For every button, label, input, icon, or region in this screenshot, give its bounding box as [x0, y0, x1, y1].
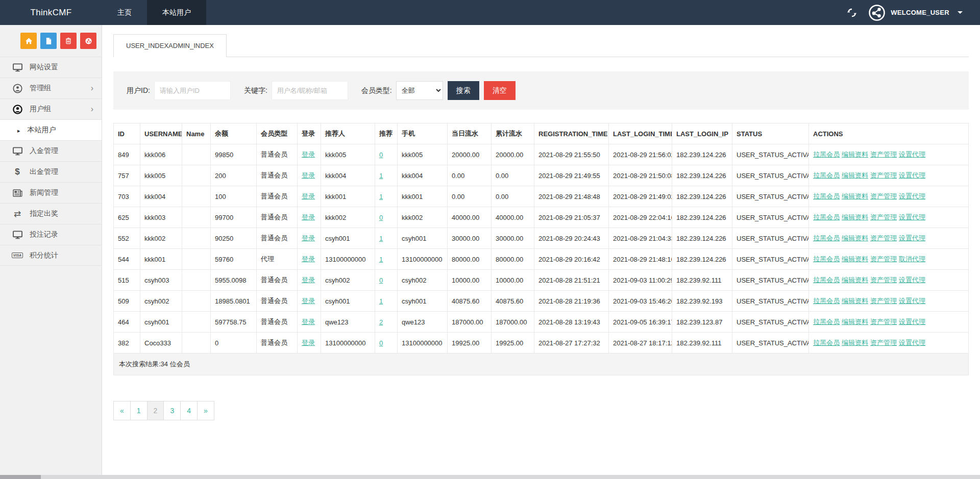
action-link-2[interactable]: 资产管理 [870, 150, 897, 158]
home-button[interactable] [20, 33, 37, 49]
action-link-0[interactable]: 拉黑会员 [813, 192, 840, 200]
action-link-1[interactable]: 编辑资料 [842, 192, 868, 200]
action-link-0[interactable]: 拉黑会员 [813, 255, 840, 263]
action-link-0[interactable]: 拉黑会员 [813, 297, 840, 305]
action-link-0[interactable]: 拉黑会员 [813, 339, 840, 346]
tab-user-index[interactable]: USER_INDEXADMIN_INDEX [113, 34, 227, 57]
login-link[interactable]: 登录 [302, 255, 315, 263]
action-link-3[interactable]: 设置代理 [899, 297, 925, 305]
sidebar-item-8[interactable]: 投注记录 [0, 224, 102, 245]
user-id-input[interactable] [154, 81, 231, 100]
action-link-2[interactable]: 资产管理 [870, 276, 897, 284]
sidebar-item-0[interactable]: 网站设置 [0, 57, 102, 78]
action-link-1[interactable]: 编辑资料 [842, 234, 868, 242]
refresh-icon[interactable] [847, 8, 857, 18]
page-prev[interactable]: « [113, 401, 131, 420]
action-link-1[interactable]: 编辑资料 [842, 171, 868, 179]
action-link-3[interactable]: 设置代理 [899, 318, 925, 325]
login-link[interactable]: 登录 [302, 339, 315, 346]
sidebar-item-7[interactable]: ⇄指定出奖 [0, 203, 102, 224]
user-menu[interactable]: WELCOME_USER [868, 4, 963, 21]
referral-count-link[interactable]: 1 [379, 256, 383, 263]
referral-count-link[interactable]: 0 [379, 339, 383, 347]
action-link-1[interactable]: 编辑资料 [842, 297, 868, 305]
cell-total-flow: 187000.00 [492, 312, 534, 333]
referral-count-link[interactable]: 0 [379, 214, 383, 221]
action-link-2[interactable]: 资产管理 [870, 255, 897, 263]
action-link-2[interactable]: 资产管理 [870, 171, 897, 179]
top-nav-tab-0[interactable]: 主页 [102, 0, 147, 25]
referral-count-link[interactable]: 1 [379, 172, 383, 180]
action-link-0[interactable]: 拉黑会员 [813, 213, 840, 221]
file-button[interactable] [40, 33, 57, 49]
cell-name [182, 312, 211, 333]
referral-count-link[interactable]: 1 [379, 235, 383, 242]
action-link-2[interactable]: 资产管理 [870, 234, 897, 242]
login-link[interactable]: 登录 [302, 192, 315, 200]
member-type-select[interactable]: 全部 [396, 81, 443, 100]
page-4[interactable]: 4 [180, 401, 198, 420]
action-link-0[interactable]: 拉黑会员 [813, 150, 840, 158]
action-link-2[interactable]: 资产管理 [870, 297, 897, 305]
action-link-0[interactable]: 拉黑会员 [813, 234, 840, 242]
top-nav-tab-1[interactable]: 本站用户 [147, 0, 206, 25]
action-link-2[interactable]: 资产管理 [870, 339, 897, 346]
action-link-3[interactable]: 设置代理 [899, 192, 925, 200]
cell-last-login-time: 2021-08-29 22:04:16 [609, 207, 672, 228]
trash-button[interactable] [60, 33, 77, 49]
login-link[interactable]: 登录 [302, 318, 315, 325]
login-link[interactable]: 登录 [302, 171, 315, 179]
action-link-3[interactable]: 设置代理 [899, 171, 925, 179]
sidebar-item-2[interactable]: 用户组› [0, 98, 102, 119]
action-link-3[interactable]: 设置代理 [899, 150, 925, 158]
action-link-2[interactable]: 资产管理 [870, 318, 897, 325]
action-link-1[interactable]: 编辑资料 [842, 150, 868, 158]
scrollbar-thumb[interactable] [0, 475, 41, 479]
brand-logo[interactable]: ThinkCMF [0, 0, 102, 25]
referral-count-link[interactable]: 1 [379, 297, 383, 305]
page-1[interactable]: 1 [130, 401, 148, 420]
table-row: 849kkk00699850普通会员登录kkk0050kkk00520000.0… [114, 144, 969, 165]
sidebar-item-6[interactable]: 新闻管理 [0, 182, 102, 203]
login-link[interactable]: 登录 [302, 150, 315, 158]
action-link-1[interactable]: 编辑资料 [842, 213, 868, 221]
sidebar-item-1[interactable]: 管理组› [0, 78, 102, 98]
action-link-3[interactable]: 取消代理 [899, 255, 925, 263]
sidebar-item-4[interactable]: 入金管理 [0, 140, 102, 161]
action-link-1[interactable]: 编辑资料 [842, 318, 868, 325]
action-link-2[interactable]: 资产管理 [870, 192, 897, 200]
action-link-3[interactable]: 设置代理 [899, 213, 925, 221]
action-link-3[interactable]: 设置代理 [899, 276, 925, 284]
action-link-0[interactable]: 拉黑会员 [813, 276, 840, 284]
action-link-2[interactable]: 资产管理 [870, 213, 897, 221]
action-link-1[interactable]: 编辑资料 [842, 255, 868, 263]
keyword-input[interactable] [272, 81, 348, 100]
sidebar-item-9[interactable]: VISA积分统计 [0, 245, 102, 266]
referral-count-link[interactable]: 2 [379, 318, 383, 326]
action-link-0[interactable]: 拉黑会员 [813, 171, 840, 179]
sidebar-item-5[interactable]: $出金管理 [0, 161, 102, 182]
cell-balance: 99700 [211, 207, 257, 228]
clear-button[interactable]: 清空 [484, 81, 516, 100]
cell-status: USER_STATUS_ACTIVATED [732, 207, 809, 228]
search-button[interactable]: 搜索 [448, 81, 479, 100]
action-link-3[interactable]: 设置代理 [899, 234, 925, 242]
referral-count-link[interactable]: 1 [379, 193, 383, 200]
horizontal-scrollbar[interactable] [0, 475, 980, 479]
recycle-button[interactable] [80, 33, 96, 49]
login-link[interactable]: 登录 [302, 276, 315, 284]
sidebar-item-label: 投注记录 [30, 230, 58, 239]
referral-count-link[interactable]: 0 [379, 276, 383, 284]
page-3[interactable]: 3 [163, 401, 181, 420]
action-link-3[interactable]: 设置代理 [899, 339, 925, 346]
sidebar-item-3-active[interactable]: ▸本站用户 [0, 119, 102, 140]
login-link[interactable]: 登录 [302, 213, 315, 221]
login-link[interactable]: 登录 [302, 297, 315, 305]
login-link[interactable]: 登录 [302, 234, 315, 242]
page-next[interactable]: » [197, 401, 214, 420]
referral-count-link-cell: 0 [375, 333, 398, 354]
action-link-1[interactable]: 编辑资料 [842, 276, 868, 284]
action-link-0[interactable]: 拉黑会员 [813, 318, 840, 325]
referral-count-link[interactable]: 0 [379, 151, 383, 159]
action-link-1[interactable]: 编辑资料 [842, 339, 868, 346]
